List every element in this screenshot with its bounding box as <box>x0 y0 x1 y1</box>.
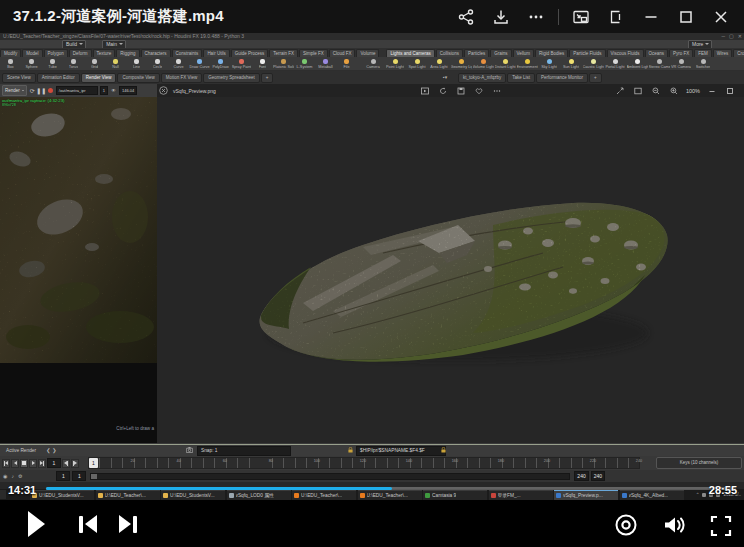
audio-toggle-icon[interactable]: ♪ <box>11 474 14 479</box>
houdini-minimize-icon[interactable]: ─ <box>722 34 726 39</box>
taskbar-item[interactable]: U:\EDU_StudentsV... <box>30 490 94 500</box>
snapshot-name-field[interactable]: Snap: 1 <box>197 446 291 456</box>
shelf-tab[interactable]: Volume <box>356 49 379 57</box>
shelf-tool[interactable]: Null <box>105 57 126 70</box>
realtime-toggle-icon[interactable]: ◉ <box>3 474 7 479</box>
share-button[interactable] <box>453 4 479 30</box>
range-start-sub-field[interactable]: 1 <box>72 471 86 481</box>
shelf-tab[interactable]: Deform <box>69 49 92 57</box>
pane-tab[interactable]: + <box>261 73 274 83</box>
shelf-tab[interactable]: Vellum <box>513 49 535 57</box>
range-slider[interactable] <box>90 473 570 480</box>
shelf-tool[interactable]: Sky Light <box>538 57 560 70</box>
taskbar-item[interactable]: 登录FM_... <box>489 490 553 500</box>
shelf-tool[interactable]: Draw Curve <box>189 57 210 70</box>
shelf-tool[interactable]: Tube <box>42 57 63 70</box>
shelf-tab[interactable]: Rigid Bodies <box>535 49 568 57</box>
shelf-tool[interactable]: Box <box>0 57 21 70</box>
shelf-tab[interactable]: Hair Utils <box>203 49 229 57</box>
tray-mic-icon[interactable] <box>702 493 706 497</box>
shelf-tab[interactable]: Pyro FX <box>669 49 693 57</box>
taskbar-item[interactable]: U:\EDU_Teacher\... <box>292 490 356 500</box>
pane-tab[interactable]: Motion FX View <box>161 73 202 83</box>
next-button[interactable] <box>116 514 140 534</box>
zoom-level[interactable]: 100% <box>686 88 700 94</box>
range-start-field[interactable]: 1 <box>56 471 70 481</box>
close-preview-icon[interactable] <box>157 86 169 96</box>
shelf-tab[interactable]: Lights and Cameras <box>386 49 434 57</box>
shelf-tab[interactable]: Viscous Fluids <box>607 49 644 57</box>
shelf-tab[interactable]: Characters <box>141 49 171 57</box>
current-frame-field[interactable]: 1 <box>47 458 61 468</box>
shelf-tab[interactable]: Polygon <box>44 49 68 57</box>
shelf-tool[interactable]: Volume Light <box>472 57 494 70</box>
pane-tab[interactable]: Scene View <box>2 73 36 83</box>
pip-button[interactable] <box>568 4 594 30</box>
shelf-tool[interactable]: Environment Light <box>516 57 538 70</box>
pane-tab[interactable]: Composite View <box>117 73 159 83</box>
shelf-tool[interactable]: Area Light <box>428 57 450 70</box>
shelf-tool[interactable]: Camera <box>362 57 384 70</box>
shelf-tab[interactable]: Oceans <box>645 49 669 57</box>
taskbar-item[interactable]: Camtasia 9 <box>423 490 487 500</box>
more-tools-icon[interactable] <box>491 86 503 96</box>
fit-window-icon[interactable] <box>632 86 644 96</box>
pane-tab[interactable]: Take List <box>507 73 535 83</box>
maximize-button[interactable] <box>673 4 699 30</box>
pane-tab[interactable]: kt_tokyo-A_mfqzby <box>458 73 506 83</box>
range-end-field[interactable]: 240 <box>574 471 588 481</box>
shelf-tool[interactable]: Sphere <box>21 57 42 70</box>
fullscreen-preview-icon[interactable] <box>614 86 626 96</box>
stop-playback-icon[interactable] <box>20 459 28 468</box>
shelf-tool[interactable]: Point Light <box>384 57 406 70</box>
taskbar-item[interactable]: vSqfq_LOD0 属性 <box>227 490 291 500</box>
taskbar-edge-item[interactable] <box>0 490 6 499</box>
save-icon[interactable] <box>455 86 467 96</box>
rotate-icon[interactable] <box>437 86 449 96</box>
shelf-tab[interactable]: FEM <box>694 49 712 57</box>
zoom-in-icon[interactable] <box>668 86 680 96</box>
houdini-close-icon[interactable]: ✕ <box>738 34 742 39</box>
shelf-tab[interactable]: Rigging <box>116 49 139 57</box>
dock-button[interactable] <box>603 4 629 30</box>
shelf-tab[interactable]: Guide Process <box>231 49 269 57</box>
tray-expand-icon[interactable]: ⌃ <box>696 492 700 497</box>
pane-tab[interactable]: Geometry Spreadsheet <box>203 73 260 83</box>
settings-button[interactable] <box>613 513 639 539</box>
playbar-settings-icon[interactable]: ⚙ <box>18 474 22 479</box>
previous-button[interactable] <box>76 514 100 534</box>
refresh-icon[interactable]: ⟳ <box>29 87 36 94</box>
shelf-tool[interactable]: PolyDraw <box>210 57 231 70</box>
zoom-out-icon[interactable] <box>650 86 662 96</box>
frame-field[interactable]: 1 <box>100 86 108 95</box>
favorite-icon[interactable] <box>473 86 485 96</box>
shelf-tab[interactable]: Crowds <box>733 49 744 57</box>
download-button[interactable] <box>488 4 514 30</box>
shelf-tool[interactable]: Switcher <box>692 57 714 70</box>
snapshot-next-icon[interactable]: ❯ <box>52 448 56 453</box>
close-button[interactable] <box>708 4 734 30</box>
playhead[interactable]: 1 <box>89 458 98 468</box>
pause-render-icon[interactable]: ❚❚ <box>38 87 45 94</box>
play-button[interactable] <box>22 510 50 538</box>
shelf-tool[interactable]: VR Camera <box>670 57 692 70</box>
taskbar-item[interactable]: vSqfq_Preview.p... <box>554 490 618 500</box>
shelf-tab[interactable]: Cloud FX <box>329 49 356 57</box>
pane-tab[interactable]: + <box>589 73 602 83</box>
taskbar-item[interactable]: U:\EDU_Teacher\... <box>96 490 160 500</box>
shelf-tool[interactable]: Grid <box>84 57 105 70</box>
tray-volume-icon[interactable] <box>716 493 720 497</box>
go-to-start-icon[interactable] <box>2 459 10 468</box>
shelf-tool[interactable]: Portal Light <box>604 57 626 70</box>
range-slider-handle[interactable] <box>91 474 97 479</box>
lock-icon[interactable] <box>348 447 353 454</box>
pane-tab[interactable]: Render View <box>81 73 117 83</box>
play-forward-icon[interactable] <box>29 459 37 468</box>
pane-split-icon[interactable]: ▪▾ <box>443 75 447 80</box>
shelf-tab[interactable]: Terrain FX <box>269 49 298 57</box>
shelf-tab[interactable]: Model <box>22 49 42 57</box>
shelf-tab[interactable]: Modify <box>0 49 21 57</box>
video-frame[interactable]: U:/EDU_Teacher/Teacher_xingze/ClassFile/… <box>0 33 744 500</box>
shelf-tab[interactable]: Collisions <box>436 49 463 57</box>
shelf-tab[interactable]: Wires <box>713 49 733 57</box>
